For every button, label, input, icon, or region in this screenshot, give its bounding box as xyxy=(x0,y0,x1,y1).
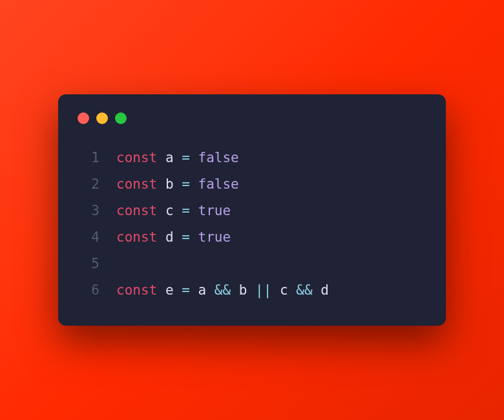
token-identifier: b xyxy=(239,277,247,304)
token-space xyxy=(174,145,182,171)
token-operator: = xyxy=(182,171,190,198)
line-number: 3 xyxy=(78,198,100,224)
token-boolean: true xyxy=(198,224,231,251)
code-line: 2const b = false xyxy=(78,171,426,198)
line-content: const a = false xyxy=(116,145,239,171)
line-content: const d = true xyxy=(116,224,231,251)
token-operator: = xyxy=(182,145,190,171)
token-space xyxy=(174,277,182,304)
token-identifier: c xyxy=(280,277,288,304)
token-space xyxy=(174,224,182,251)
token-identifier: a xyxy=(198,277,207,304)
token-operator: = xyxy=(182,277,190,304)
maximize-icon[interactable] xyxy=(115,112,127,124)
token-space xyxy=(174,198,182,224)
line-content: const e = a && b || c && d xyxy=(116,277,329,304)
token-space xyxy=(157,145,165,171)
token-space xyxy=(190,145,198,171)
token-keyword: const xyxy=(116,224,157,251)
token-space xyxy=(288,277,297,304)
token-keyword: const xyxy=(116,198,157,224)
token-space xyxy=(190,224,198,251)
token-keyword: const xyxy=(116,277,157,304)
token-identifier: c xyxy=(165,198,174,224)
line-number: 6 xyxy=(78,277,100,304)
token-identifier: d xyxy=(320,277,329,304)
token-identifier: e xyxy=(165,277,174,304)
token-operator: = xyxy=(182,224,190,251)
line-number: 2 xyxy=(78,171,100,198)
token-operator: || xyxy=(255,277,271,304)
token-boolean: false xyxy=(198,171,239,198)
token-keyword: const xyxy=(116,145,157,171)
token-space xyxy=(190,277,198,304)
token-operator: && xyxy=(215,277,231,304)
token-operator: && xyxy=(296,277,312,304)
close-icon[interactable] xyxy=(78,112,89,124)
line-content: const c = true xyxy=(116,198,231,224)
line-number: 1 xyxy=(78,145,100,171)
token-identifier: a xyxy=(165,145,174,171)
token-identifier: b xyxy=(165,171,174,198)
window-controls xyxy=(78,112,426,124)
code-editor-window: 1const a = false2const b = false3const c… xyxy=(58,94,446,326)
token-space xyxy=(157,171,165,198)
code-area[interactable]: 1const a = false2const b = false3const c… xyxy=(78,145,426,304)
token-space xyxy=(174,171,182,198)
minimize-icon[interactable] xyxy=(96,112,108,124)
token-space xyxy=(313,277,321,304)
token-space xyxy=(157,198,165,224)
line-number: 5 xyxy=(78,251,100,277)
token-space xyxy=(190,171,198,198)
token-boolean: false xyxy=(198,145,239,171)
code-line: 6const e = a && b || c && d xyxy=(78,277,426,304)
code-line: 5 xyxy=(78,251,426,277)
token-boolean: true xyxy=(198,198,231,224)
token-space xyxy=(190,198,198,224)
token-space xyxy=(231,277,239,304)
token-keyword: const xyxy=(116,171,157,198)
token-space xyxy=(247,277,255,304)
code-line: 3const c = true xyxy=(78,198,426,224)
line-number: 4 xyxy=(78,224,100,251)
code-line: 4const d = true xyxy=(78,224,426,251)
token-space xyxy=(157,277,165,304)
token-operator: = xyxy=(182,198,190,224)
token-space xyxy=(157,224,165,251)
line-content: const b = false xyxy=(116,171,239,198)
code-line: 1const a = false xyxy=(78,145,426,171)
token-space xyxy=(271,277,280,304)
token-space xyxy=(206,277,215,304)
token-identifier: d xyxy=(165,224,174,251)
